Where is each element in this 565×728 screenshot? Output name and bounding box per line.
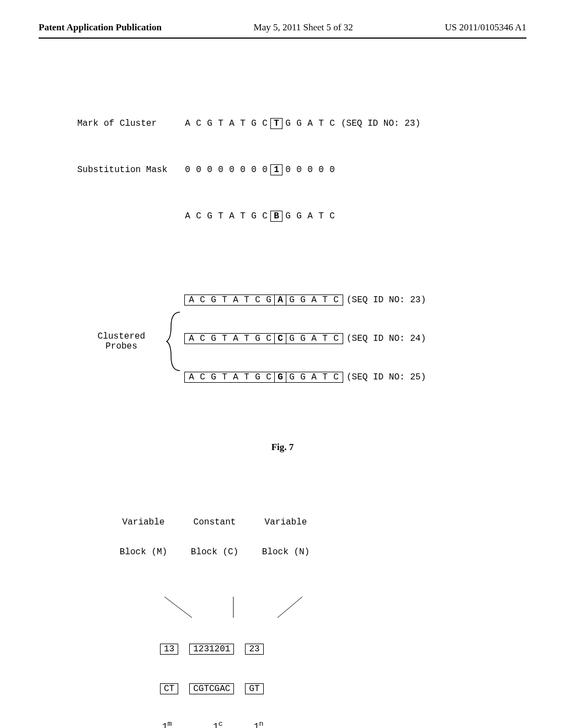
fig7-degenerate-boxed: B (270, 211, 282, 222)
header-left: Patent Application Publication (39, 22, 162, 33)
svg-line-0 (164, 597, 192, 618)
fig7-seq-mask: 00000000 1 00000 (182, 164, 338, 175)
page-header: Patent Application Publication May 5, 20… (39, 22, 526, 33)
figure-7: Mark of Cluster ACGTATGC T GGATC (SEQ ID… (77, 88, 526, 428)
fig7-row-degenerate: ACGTATGC B GGATC (77, 211, 526, 222)
fig7-caption: Fig. 7 (39, 442, 526, 453)
fig7-clustered-group: Clustered Probes ACGTATCG A GGATC (SEQ I… (77, 275, 526, 408)
fig7-seq-degenerate: ACGTATGC B GGATC (182, 211, 338, 222)
fig7-probe-row: ACGTATGC C GGATC (SEQ ID NO: 24) (184, 333, 426, 344)
header-center: May 5, 2011 Sheet 5 of 32 (254, 22, 353, 33)
figure-8-top: Variable Block (M) Constant Block (C) Va… (116, 478, 526, 728)
fig7-row-mask: Substitution Mask 00000000 1 00000 (77, 164, 526, 175)
fig7-probe-row: ACGTATCG A GGATC (SEQ ID NO: 23) (184, 295, 426, 306)
page: Patent Application Publication May 5, 20… (0, 0, 565, 728)
fig7-mark-boxed: T (270, 118, 282, 129)
fig7-mark-seqid: (SEQ ID NO: 23) (341, 119, 420, 129)
fig8-num-row: 13 1231201 23 (160, 644, 526, 655)
header-right: US 2011/0105346 A1 (445, 22, 526, 33)
fig7-label-mark: Mark of Cluster (77, 119, 182, 129)
fig8-seq-row: CT CGTCGAC GT (160, 683, 526, 694)
fig8-column-labels: Variable Block (M) Constant Block (C) Va… (116, 497, 526, 577)
header-rule (39, 38, 526, 39)
fig8-length-row: 1m 1c 1n (162, 720, 526, 728)
svg-line-2 (278, 597, 302, 618)
fig7-seq-mark: ACGTATGC T GGATC (182, 118, 338, 129)
fig7-row-mark: Mark of Cluster ACGTATGC T GGATC (SEQ ID… (77, 118, 526, 129)
fig7-probe-row: ACGTATGC G GGATC (SEQ ID NO: 25) (184, 372, 426, 383)
fig7-cluster-label: Clustered Probes (77, 275, 166, 408)
fig7-mask-boxed: 1 (270, 164, 282, 175)
fig7-label-mask: Substitution Mask (77, 165, 182, 175)
pointer-lines-icon (137, 597, 335, 619)
left-brace-icon (166, 275, 181, 408)
